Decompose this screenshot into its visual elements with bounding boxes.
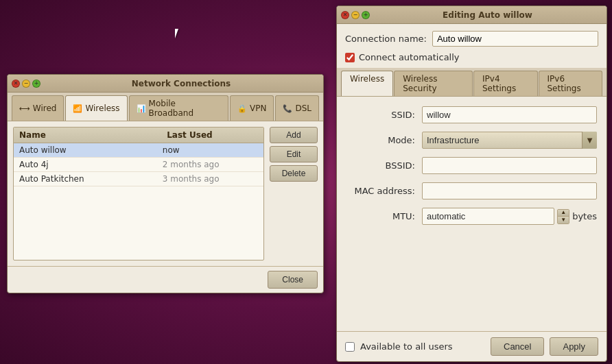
table-body: Auto willow now Auto 4j 2 months ago Aut… xyxy=(14,143,263,186)
wired-icon: ⟷ xyxy=(19,104,30,113)
dsl-icon: 📞 xyxy=(283,104,292,113)
tab-ipv6-label: IPv6 Settings xyxy=(548,74,581,93)
tab-vpn-label: VPN xyxy=(250,104,266,113)
mtu-label: MTU: xyxy=(346,211,415,221)
connection-table: Name Last Used Auto willow now Auto 4j 2… xyxy=(13,127,264,260)
auto-connect-label: Connect automatically xyxy=(359,52,460,62)
mac-label: MAC address: xyxy=(346,186,415,196)
network-titlebar: ✕ − + Network Connections xyxy=(8,75,323,93)
apply-button[interactable]: Apply xyxy=(550,337,598,356)
tab-wireless[interactable]: Wireless xyxy=(341,71,393,96)
tab-wireless-label: Wireless xyxy=(350,74,384,84)
connection-name: Auto willow xyxy=(19,145,163,155)
close-row: Close xyxy=(8,266,323,293)
connection-last-used: now xyxy=(163,145,258,155)
edit-window-controls: ✕ − + xyxy=(341,11,370,19)
mtu-spinners: ▲ ▼ xyxy=(557,209,569,224)
close-button[interactable]: Close xyxy=(268,271,318,289)
edit-close-button[interactable]: ✕ xyxy=(341,11,349,19)
tab-ipv4[interactable]: IPv4 Settings xyxy=(473,71,538,96)
tab-wireless-label: Wireless xyxy=(85,104,119,113)
tab-mobile[interactable]: 📊 Mobile Broadband xyxy=(129,95,228,121)
edit-tab-bar: Wireless Wireless Security IPv4 Settings… xyxy=(337,68,607,97)
mode-row: Mode: Infrastructure Ad-hoc AP ▼ xyxy=(346,132,597,149)
window-controls: ✕ − + xyxy=(12,80,40,88)
network-tab-bar: ⟷ Wired 📶 Wireless 📊 Mobile Broadband 🔒 … xyxy=(8,93,323,121)
bytes-label: bytes xyxy=(572,211,597,221)
edit-bottom-bar: Available to all users Cancel Apply xyxy=(337,331,607,361)
mobile-icon: 📊 xyxy=(137,104,146,113)
ssid-input[interactable] xyxy=(422,106,597,123)
cancel-button[interactable]: Cancel xyxy=(491,337,544,356)
maximize-window-button[interactable]: + xyxy=(32,80,40,88)
auto-connect-checkbox[interactable] xyxy=(345,53,355,62)
tab-ipv6[interactable]: IPv6 Settings xyxy=(539,71,603,96)
edit-window-title: Editing Auto willow xyxy=(373,10,602,20)
mac-input[interactable] xyxy=(422,182,597,199)
mac-row: MAC address: xyxy=(346,182,597,199)
last-used-column-header: Last Used xyxy=(161,128,263,143)
tab-mobile-label: Mobile Broadband xyxy=(149,99,221,118)
edit-window: ✕ − + Editing Auto willow Connection nam… xyxy=(336,5,607,362)
table-header: Name Last Used xyxy=(14,128,263,143)
tab-dsl-label: DSL xyxy=(295,104,311,113)
bssid-row: BSSID: xyxy=(346,157,597,174)
minimize-window-button[interactable]: − xyxy=(22,80,30,88)
connection-table-area: Name Last Used Auto willow now Auto 4j 2… xyxy=(8,121,323,266)
mtu-row: MTU: ▲ ▼ bytes xyxy=(346,208,597,225)
available-all-users-checkbox[interactable] xyxy=(345,342,355,352)
mode-select[interactable]: Infrastructure Ad-hoc AP xyxy=(422,132,597,149)
table-row[interactable]: Auto Patkitchen 3 months ago xyxy=(14,172,263,186)
connection-name: Auto Patkitchen xyxy=(19,174,163,184)
table-row[interactable]: Auto 4j 2 months ago xyxy=(14,158,263,172)
edit-minimize-button[interactable]: − xyxy=(351,11,360,19)
available-all-users-label: Available to all users xyxy=(360,341,485,352)
action-buttons: Add Edit Delete xyxy=(270,127,318,260)
tab-dsl[interactable]: 📞 DSL xyxy=(275,95,319,121)
tab-wireless[interactable]: 📶 Wireless xyxy=(65,95,127,121)
connection-name-input[interactable] xyxy=(432,31,598,47)
connection-last-used: 3 months ago xyxy=(163,174,258,184)
vpn-icon: 🔒 xyxy=(237,104,247,113)
bssid-input[interactable] xyxy=(422,157,597,174)
tab-wired[interactable]: ⟷ Wired xyxy=(12,95,64,121)
ssid-row: SSID: xyxy=(346,106,597,123)
tab-wireless-security-label: Wireless Security xyxy=(403,74,437,93)
edit-maximize-button[interactable]: + xyxy=(362,11,370,19)
tab-ipv4-label: IPv4 Settings xyxy=(482,74,516,93)
table-row[interactable]: Auto willow now xyxy=(14,143,263,158)
auto-connect-row: Connect automatically xyxy=(337,51,607,68)
network-connections-window: ✕ − + Network Connections ⟷ Wired 📶 Wire… xyxy=(7,74,324,293)
wireless-icon: 📶 xyxy=(73,104,82,113)
tab-wireless-security[interactable]: Wireless Security xyxy=(394,71,473,96)
mouse-cursor xyxy=(175,29,183,41)
mtu-decrement-button[interactable]: ▼ xyxy=(558,217,569,223)
wireless-form: SSID: Mode: Infrastructure Ad-hoc AP ▼ B… xyxy=(337,97,607,331)
mtu-increment-button[interactable]: ▲ xyxy=(558,210,569,217)
tab-wired-label: Wired xyxy=(33,104,57,113)
mode-select-wrapper: Infrastructure Ad-hoc AP ▼ xyxy=(422,132,597,149)
edit-button[interactable]: Edit xyxy=(270,146,318,162)
connection-last-used: 2 months ago xyxy=(163,160,258,169)
connection-name-label: Connection name: xyxy=(345,34,427,44)
name-column-header: Name xyxy=(14,128,161,143)
ssid-label: SSID: xyxy=(346,110,415,120)
add-button[interactable]: Add xyxy=(270,127,318,143)
edit-titlebar: ✕ − + Editing Auto willow xyxy=(337,6,607,24)
delete-button[interactable]: Delete xyxy=(270,165,318,182)
bssid-label: BSSID: xyxy=(346,160,415,171)
close-window-button[interactable]: ✕ xyxy=(12,80,20,88)
connection-name-row: Connection name: xyxy=(337,24,607,51)
mtu-input[interactable] xyxy=(422,208,554,225)
mtu-wrapper: ▲ ▼ bytes xyxy=(422,208,597,225)
tab-vpn[interactable]: 🔒 VPN xyxy=(230,95,274,121)
connection-name: Auto 4j xyxy=(19,160,163,169)
mode-label: Mode: xyxy=(346,135,415,145)
network-window-title: Network Connections xyxy=(43,79,319,88)
